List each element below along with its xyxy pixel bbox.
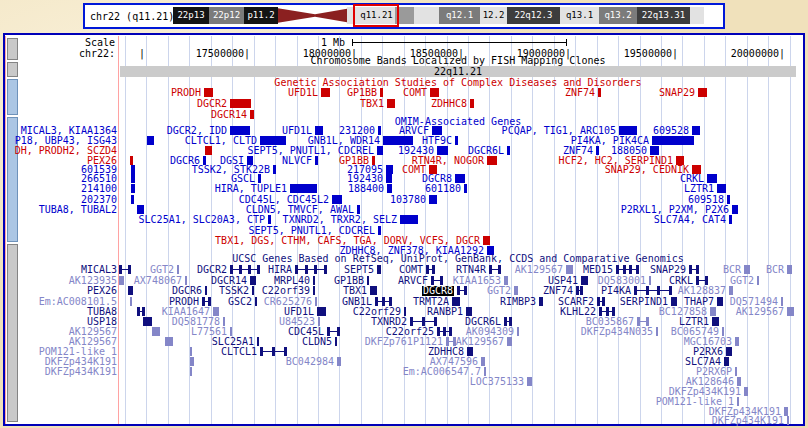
gene-label[interactable]: ZDHHC8 — [431, 99, 467, 109]
gene-box[interactable] — [165, 337, 173, 346]
gene-tick[interactable] — [318, 317, 320, 326]
gene-tick[interactable] — [223, 317, 225, 326]
gene-tick[interactable] — [230, 327, 232, 336]
gene-model[interactable] — [213, 307, 219, 316]
gene-label[interactable]: 601180 — [425, 184, 461, 194]
gene-label[interactable]: CLTCL1 — [221, 347, 257, 357]
gene-box[interactable] — [692, 126, 700, 135]
gene-tick[interactable] — [781, 297, 783, 306]
gene-tick[interactable] — [377, 265, 381, 274]
genetic-association-track-button[interactable] — [7, 79, 18, 115]
gene-box[interactable] — [432, 126, 442, 135]
gene-tick[interactable] — [367, 276, 369, 285]
gene-box[interactable] — [383, 136, 413, 145]
gene-label[interactable]: GSC2 — [228, 297, 252, 307]
gene-box[interactable] — [332, 195, 342, 204]
gene-label[interactable]: LOC375133 — [470, 377, 524, 387]
gene-label[interactable]: GGT2 — [487, 286, 511, 296]
gene-tick[interactable] — [252, 286, 254, 295]
gene-box[interactable] — [205, 146, 212, 155]
gene-tick[interactable] — [598, 88, 601, 97]
gene-box[interactable] — [712, 317, 719, 326]
gene-label[interactable]: 609528 — [653, 126, 689, 136]
gene-box[interactable] — [152, 327, 160, 336]
gene-box[interactable] — [619, 126, 637, 135]
gene-label[interactable]: GP1BB — [347, 88, 377, 98]
gene-tick[interactable] — [257, 337, 259, 346]
gene-label[interactable]: DGCR2 — [197, 99, 227, 109]
gene-tick[interactable] — [737, 397, 739, 406]
gene-tick[interactable] — [315, 156, 318, 165]
gene-model[interactable] — [724, 357, 729, 366]
gene-box[interactable] — [230, 99, 251, 108]
gene-label[interactable]: CLDN5 — [302, 337, 332, 347]
gene-label[interactable]: SLC7A4, CAT4 — [654, 215, 726, 225]
gene-label[interactable]: RIMBP3 — [500, 297, 536, 307]
gene-label[interactable]: SNAP29 — [659, 88, 695, 98]
gene-label[interactable]: BCR — [766, 265, 784, 275]
gene-model[interactable] — [576, 286, 583, 295]
gene-box[interactable] — [735, 337, 739, 346]
gene-box[interactable] — [698, 88, 707, 97]
gene-label[interactable]: DGCR2 — [197, 265, 227, 275]
gene-label[interactable]: DGCR6 — [172, 286, 202, 296]
gene-tick[interactable] — [177, 265, 179, 274]
gene-box[interactable] — [387, 184, 392, 193]
gene-tick[interactable] — [470, 99, 474, 108]
gene-tick[interactable] — [313, 286, 315, 295]
gene-box[interactable] — [230, 126, 250, 135]
gene-box[interactable] — [732, 205, 738, 214]
ruler-track-button[interactable] — [7, 38, 18, 60]
gene-tick[interactable] — [404, 307, 406, 316]
gene-tick[interactable] — [119, 276, 124, 285]
gene-model[interactable] — [295, 265, 327, 274]
gene-label[interactable]: ZNF74 — [565, 88, 595, 98]
gene-box[interactable] — [290, 184, 317, 193]
gene-tick[interactable] — [255, 297, 257, 306]
gene-box[interactable] — [581, 276, 588, 285]
gene-model[interactable] — [696, 276, 708, 285]
gene-tick[interactable] — [190, 347, 192, 356]
gene-box[interactable] — [250, 276, 256, 285]
gene-box[interactable] — [387, 99, 395, 108]
gene-box[interactable] — [650, 146, 659, 155]
gene-model[interactable] — [710, 307, 716, 316]
gene-label[interactable]: GGT2 — [150, 265, 174, 275]
gene-tick[interactable] — [268, 215, 271, 224]
gene-model[interactable] — [599, 307, 615, 316]
gene-box[interactable] — [315, 126, 323, 135]
gene-label[interactable]: CLTCL1, CLTD — [185, 136, 257, 146]
gene-box[interactable] — [386, 174, 392, 183]
gene-box[interactable] — [430, 88, 439, 97]
gene-box[interactable] — [128, 286, 133, 295]
gene-label[interactable]: HIRA — [268, 265, 292, 275]
gene-label[interactable]: SLC25A1, SLC20A3, CTP — [139, 215, 265, 225]
gene-label[interactable]: UFD1L — [288, 88, 318, 98]
gene-tick[interactable] — [258, 174, 261, 183]
gene-model[interactable] — [689, 265, 699, 274]
gene-box[interactable] — [452, 297, 460, 306]
gene-tick[interactable] — [787, 416, 789, 425]
gene-label[interactable]: 188400 — [348, 184, 384, 194]
gene-tick[interactable] — [539, 297, 543, 306]
gene-label[interactable]: PI4KA — [601, 286, 631, 296]
gene-box[interactable] — [487, 156, 497, 165]
gene-tick[interactable] — [131, 184, 135, 193]
gene-label[interactable]: TSSK2 — [219, 286, 249, 296]
gene-tick[interactable] — [378, 226, 381, 235]
gene-tick[interactable] — [335, 337, 337, 346]
gene-model[interactable] — [446, 337, 456, 346]
gene-box[interactable] — [527, 377, 532, 386]
gene-model[interactable] — [230, 265, 260, 274]
gene-box[interactable] — [429, 195, 437, 204]
gene-tick[interactable] — [378, 126, 381, 135]
gene-label[interactable]: MED15 — [583, 265, 613, 275]
gene-label[interactable]: SNAP29, CEDNIK — [605, 165, 689, 175]
gene-tick[interactable] — [205, 286, 207, 295]
gene-tick[interactable] — [722, 327, 724, 336]
gene-model[interactable] — [327, 327, 340, 336]
gene-model[interactable] — [616, 265, 639, 274]
gene-tick[interactable] — [313, 276, 315, 285]
gene-box[interactable] — [260, 136, 286, 145]
gene-model[interactable] — [597, 297, 605, 306]
